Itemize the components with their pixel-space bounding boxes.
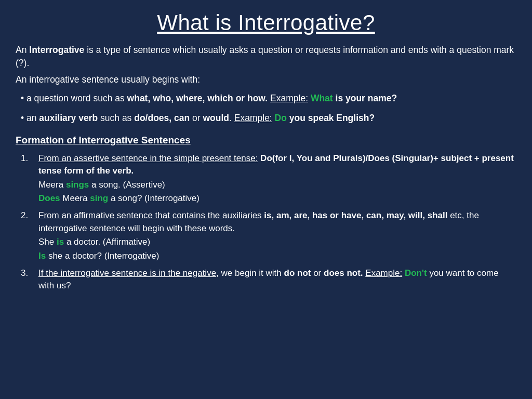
item3-bold1: do not	[284, 268, 311, 278]
item1-green2: Does	[38, 193, 60, 203]
item3-green: Don't	[405, 268, 427, 278]
item-1-content: From an assertive sentence in the simple…	[38, 152, 516, 206]
numbered-item-3: 3. If the interrogative sentence is in t…	[21, 267, 516, 292]
item2-bold: is, am, are, has or have, can, may, will…	[262, 210, 448, 220]
item3-bold2: does not.	[324, 268, 363, 278]
section-heading: Formation of Interrogative Sentences	[16, 135, 516, 146]
num-3: 3.	[21, 267, 33, 292]
num-2: 2.	[21, 209, 33, 263]
begins-with-text: An interrogative sentence usually begins…	[16, 74, 516, 85]
def-bold: Interrogative	[29, 45, 84, 55]
bullet1-bold: what, who, where, which or how.	[127, 93, 268, 103]
def-after: is a type of sentence which usually asks…	[16, 45, 514, 68]
bullet2-bold3: would	[203, 113, 230, 123]
item2-green2: Is	[38, 251, 46, 261]
bullet2-mid: such as	[98, 113, 134, 123]
item2-example2: Is she a doctor? (Interrogative)	[38, 250, 516, 263]
item2-green1: is	[57, 237, 64, 247]
numbered-item-2: 2. From an affirmative sentence that con…	[21, 209, 516, 263]
item1-example1: Meera sings a song. (Assertive)	[38, 179, 516, 192]
item2-underline: From an affirmative sentence that contai…	[38, 210, 262, 220]
bullet2-example-rest: you speak English?	[287, 113, 375, 123]
item1-example2: Does Meera sing a song? (Interrogative)	[38, 192, 516, 205]
bullet2-green: Do	[275, 113, 287, 123]
bullet2-start: • an	[21, 113, 39, 123]
num-1: 1.	[21, 152, 33, 206]
bullet1-start: • a question word such as	[21, 93, 127, 103]
item3-rest-before: , we begin it with	[216, 268, 284, 278]
bullet2-example-label: Example:	[234, 113, 272, 123]
bullet1-example-label: Example:	[270, 93, 308, 103]
item-2-content: From an affirmative sentence that contai…	[38, 209, 516, 263]
bullet2-bold1: auxiliary verb	[39, 113, 98, 123]
page-title: What is Interrogative?	[16, 10, 516, 35]
bullet-item-2: • an auxiliary verb such as do/does, can…	[16, 111, 516, 125]
numbered-item-1: 1. From an assertive sentence in the sim…	[21, 152, 516, 206]
item3-underline: If the interrogative sentence is in the …	[38, 268, 216, 278]
main-container: What is Interrogative? An Interrogative …	[0, 0, 532, 399]
item-3-content: If the interrogative sentence is in the …	[38, 267, 516, 292]
item3-example-label: Example:	[365, 268, 402, 278]
bullet-item-1: • a question word such as what, who, whe…	[16, 91, 516, 105]
item1-green3: sing	[90, 193, 108, 203]
item2-example1: She is a doctor. (Affirmative)	[38, 236, 516, 249]
bullet2-or: or	[190, 113, 203, 123]
numbered-list: 1. From an assertive sentence in the sim…	[16, 152, 516, 292]
bullet1-example-rest: is your name?	[333, 93, 397, 103]
def-before: An	[16, 45, 29, 55]
item3-or: or	[311, 268, 324, 278]
bullet2-bold2: do/does, can	[134, 113, 190, 123]
bullet1-green: What	[311, 93, 333, 103]
definition-block: An Interrogative is a type of sentence w…	[16, 44, 516, 69]
bullet2-dot: .	[229, 113, 234, 123]
item1-underline: From an assertive sentence in the simple…	[38, 153, 258, 163]
item1-green1: sings	[66, 180, 89, 190]
